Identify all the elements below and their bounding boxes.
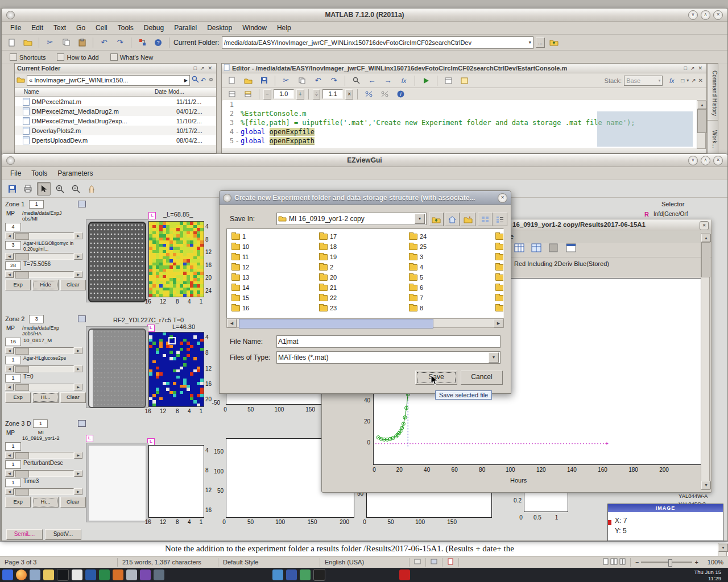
ezview-titlebar[interactable]: EZviewGui ∨ ∧ ✕ xyxy=(2,154,727,167)
save-in-combo[interactable]: MI 16_0919_yor1-2 copy ▾ xyxy=(276,213,427,225)
view-layout-icons[interactable] xyxy=(598,558,631,567)
terminal-task-icon[interactable] xyxy=(313,569,325,581)
matlab-titlebar[interactable]: MATLAB 7.12.0 (R2011a) ∨ ∧ ✕ xyxy=(2,9,727,22)
workspace-tab[interactable]: Work... xyxy=(707,120,718,158)
fx-icon[interactable]: fx xyxy=(397,74,411,88)
folder-list[interactable]: 110111213141516 171819220212223 24253456… xyxy=(226,228,504,318)
cell-divide-icon[interactable] xyxy=(241,88,255,101)
plate-image-3[interactable] xyxy=(86,443,148,522)
close-icon[interactable]: ✕ xyxy=(498,193,507,203)
gear-icon[interactable] xyxy=(208,75,214,85)
up-one-level-button[interactable] xyxy=(429,213,444,226)
chevron-down-icon[interactable]: ▾ xyxy=(529,40,531,45)
folder-item[interactable]: 5 xyxy=(409,272,427,282)
folder-item[interactable] xyxy=(495,272,504,282)
zone2-spinner[interactable]: 3 xyxy=(29,315,44,323)
scroll-left-icon[interactable]: ◀ xyxy=(227,319,237,327)
editor-dropdown-icon[interactable]: ▾ xyxy=(686,78,689,83)
writer-vscrollbar[interactable]: ▼ xyxy=(718,543,727,556)
zone3-spinner[interactable]: 1 xyxy=(33,419,48,428)
start-menu-icon[interactable] xyxy=(2,569,13,580)
slider-left-icon[interactable]: ◀ xyxy=(5,384,14,390)
breadcrumb-arrow-icon[interactable]: ▶ xyxy=(184,78,188,83)
matlab-task-icon[interactable] xyxy=(272,569,283,580)
date-column-header[interactable]: Date Mod... xyxy=(155,89,184,95)
folder-item[interactable]: 6 xyxy=(409,282,427,293)
file-row[interactable]: DMPexcel2mat.m11/11/2... xyxy=(15,97,216,106)
help-icon[interactable]: ? xyxy=(151,36,165,49)
zone3-field2[interactable]: 1 xyxy=(5,460,21,469)
heatmap-1[interactable] xyxy=(148,221,204,297)
record-icon[interactable] xyxy=(399,569,410,580)
page-style[interactable]: Default Style xyxy=(218,558,320,567)
unshade-button[interactable]: ∧ xyxy=(701,156,710,165)
folder-item[interactable]: 14 xyxy=(231,282,249,293)
scroll-thumb[interactable] xyxy=(701,242,710,277)
code-line[interactable]: 1 xyxy=(222,100,698,109)
zone2-window-icon[interactable] xyxy=(78,315,86,322)
zone2-slider2[interactable]: ◀▶ xyxy=(5,365,82,372)
zoom-in-icon[interactable]: + xyxy=(694,558,698,567)
slider-thumb[interactable] xyxy=(15,253,29,260)
save-icon[interactable] xyxy=(257,74,271,88)
zone-button[interactable]: Exp xyxy=(5,497,31,508)
zone-button[interactable]: Exp xyxy=(5,392,31,403)
page-count[interactable]: Page 3 of 3 xyxy=(0,558,118,567)
search-icon[interactable] xyxy=(192,75,199,85)
menu-item[interactable]: Go xyxy=(71,23,90,33)
slider-left-icon[interactable]: ◀ xyxy=(5,452,14,459)
cut-icon[interactable]: ✂ xyxy=(279,74,293,88)
decrement-button[interactable]: − xyxy=(263,89,271,99)
zoom-slider[interactable]: − + xyxy=(631,558,703,567)
editor-close-icon[interactable]: ✕ xyxy=(698,77,703,84)
slider-thumb[interactable] xyxy=(15,233,29,240)
folder-item[interactable]: 4 xyxy=(409,262,427,272)
whats-new-item[interactable]: What's New xyxy=(106,53,158,61)
current-folder-combo[interactable]: /media/data/EASY/InovImager_jwrCF_WINLin… xyxy=(222,36,533,49)
redo-icon[interactable]: ↷ xyxy=(327,74,341,88)
slider-thumb[interactable] xyxy=(15,348,29,355)
undo-icon[interactable]: ↶ xyxy=(97,36,111,49)
up-folder-icon[interactable] xyxy=(547,36,561,49)
folder-item[interactable]: 7 xyxy=(409,293,427,303)
heatmap-2[interactable] xyxy=(148,332,204,407)
file-list-header[interactable]: Name Date Mod... xyxy=(15,88,216,97)
folder-item[interactable]: 1 xyxy=(231,231,249,242)
selection-mode-icon[interactable] xyxy=(426,558,442,567)
menu-item[interactable]: Parallel xyxy=(169,23,202,33)
zone-button[interactable]: Hi... xyxy=(32,497,58,508)
zone2-field2[interactable]: 1 xyxy=(5,356,21,364)
fx-icon[interactable]: fx xyxy=(665,74,679,88)
cut-icon[interactable]: ✂ xyxy=(43,36,57,49)
zone3-slider3[interactable]: ◀▶ xyxy=(5,488,82,495)
zone1-slider1[interactable]: ◀▶ xyxy=(5,232,82,239)
slider-thumb[interactable] xyxy=(15,471,29,477)
zoom-thumb[interactable] xyxy=(668,559,672,567)
table2-icon[interactable] xyxy=(531,243,541,252)
chevron-down-icon[interactable]: ▾ xyxy=(415,214,425,224)
name-column-header[interactable]: Name xyxy=(15,89,155,95)
slider-thumb[interactable] xyxy=(15,272,29,278)
folder-item[interactable]: 8 xyxy=(409,303,427,313)
slider-left-icon[interactable]: ◀ xyxy=(5,488,14,495)
menu-item[interactable]: Edit xyxy=(26,23,48,33)
menu-item[interactable]: Tools xyxy=(26,168,52,178)
zone2-field1[interactable]: 16 xyxy=(5,338,21,346)
zone-button[interactable]: Hide xyxy=(32,280,58,290)
slider-left-icon[interactable]: ◀ xyxy=(5,365,14,372)
spreadsheet-task-icon[interactable] xyxy=(300,569,311,580)
insert-mode-icon[interactable] xyxy=(410,558,426,567)
slider-right-icon[interactable]: ▶ xyxy=(74,470,82,477)
folder-item[interactable] xyxy=(495,303,504,313)
popout-icon[interactable]: ↗ xyxy=(689,65,697,71)
scroll-right-icon[interactable]: ▶ xyxy=(494,319,503,327)
slider-left-icon[interactable]: ◀ xyxy=(5,470,14,477)
popout-icon[interactable]: ↗ xyxy=(198,65,206,71)
cell-publish-icon[interactable] xyxy=(441,74,455,88)
selector-text[interactable]: Infd|Gene/Orf xyxy=(653,211,688,217)
table-icon[interactable] xyxy=(514,243,524,252)
folder-item[interactable]: 11 xyxy=(231,252,249,262)
new-file-icon[interactable] xyxy=(225,74,239,88)
gray-panel-icon[interactable] xyxy=(549,243,559,252)
file-name-input[interactable]: A1mat xyxy=(276,335,500,348)
